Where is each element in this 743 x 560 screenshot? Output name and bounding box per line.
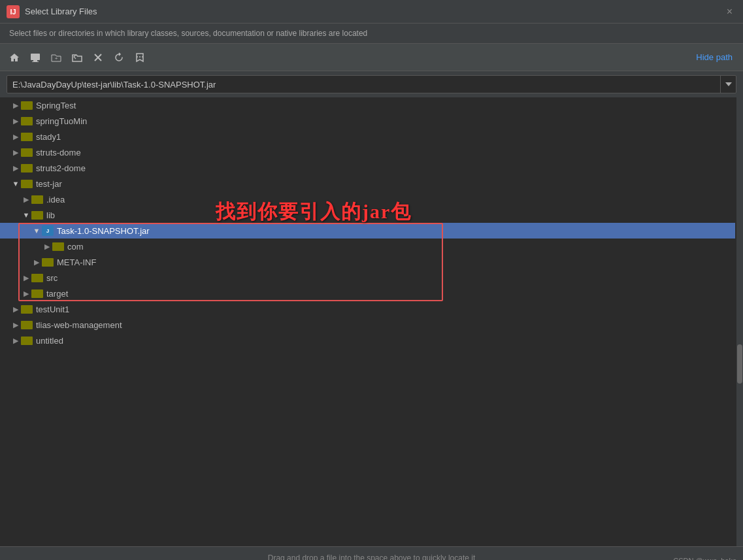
tree-item-stady1[interactable]: ▶ stady1 bbox=[0, 129, 735, 144]
scrollbar-thumb[interactable] bbox=[737, 344, 742, 384]
status-bar: Drag and drop a file into the space abov… bbox=[0, 546, 743, 560]
item-label-meta-inf: META-INF bbox=[57, 257, 96, 267]
home-button[interactable] bbox=[5, 48, 24, 67]
chevron-struts2-dome: ▶ bbox=[10, 164, 21, 173]
subtitle-bar: Select files or directories in which lib… bbox=[0, 24, 743, 44]
tree-item-test-jar[interactable]: ▼ test-jar bbox=[0, 176, 735, 191]
tree-item-springtest[interactable]: ▶ SpringTest bbox=[0, 97, 735, 113]
chevron-springtuomin: ▶ bbox=[10, 117, 21, 125]
chevron-testunit1: ▶ bbox=[10, 305, 21, 314]
scrollbar[interactable] bbox=[736, 97, 743, 546]
folder-icon-src bbox=[31, 274, 43, 282]
svg-rect-0 bbox=[31, 54, 40, 60]
tree-item-meta-inf[interactable]: ▶ META-INF bbox=[0, 254, 735, 270]
hide-path-button[interactable]: Hide path bbox=[691, 50, 738, 65]
bookmark-button[interactable] bbox=[131, 48, 149, 67]
folder-icon-lib bbox=[31, 211, 43, 220]
item-label-tlias: tlias-web-management bbox=[36, 320, 122, 330]
item-label-springtest: SpringTest bbox=[36, 101, 76, 110]
tree-item-tlias[interactable]: ▶ tlias-web-management bbox=[0, 317, 735, 333]
chevron-springtest: ▶ bbox=[10, 101, 21, 110]
app-icon: IJ bbox=[7, 5, 20, 18]
item-label-task-jar: Task-1.0-SNAPSHOT.jar bbox=[57, 226, 150, 236]
delete-button[interactable] bbox=[89, 48, 107, 67]
item-label-struts-dome: struts-dome bbox=[36, 148, 81, 157]
subtitle-text: Select files or directories in which lib… bbox=[9, 29, 367, 38]
parent-folder-button[interactable] bbox=[68, 48, 86, 67]
chevron-tlias: ▶ bbox=[10, 321, 21, 329]
svg-rect-2 bbox=[32, 61, 39, 62]
chevron-struts-dome: ▶ bbox=[10, 148, 21, 157]
item-label-lib: lib bbox=[46, 210, 55, 220]
close-button[interactable]: × bbox=[723, 5, 736, 19]
svg-rect-1 bbox=[33, 60, 37, 61]
chevron-com: ▶ bbox=[42, 242, 52, 251]
folder-icon-testunit1 bbox=[21, 305, 33, 314]
folder-icon-springtest bbox=[21, 101, 33, 110]
folder-icon-meta-inf bbox=[42, 258, 54, 267]
tree-item-springtuomin[interactable]: ▶ springTuoMin bbox=[0, 113, 735, 129]
path-dropdown-button[interactable] bbox=[720, 76, 736, 93]
tree-item-idea[interactable]: ▶ .idea bbox=[0, 191, 735, 207]
tree-item-struts2-dome[interactable]: ▶ struts2-dome bbox=[0, 160, 735, 176]
watermark: CSDN @wwc_boke bbox=[673, 557, 736, 560]
chevron-lib: ▼ bbox=[21, 211, 31, 219]
title-bar: IJ Select Library Files × bbox=[0, 0, 743, 24]
folder-icon-stady1 bbox=[21, 133, 33, 141]
chevron-idea: ▶ bbox=[21, 195, 31, 204]
refresh-button[interactable] bbox=[110, 48, 128, 67]
item-label-src: src bbox=[46, 273, 58, 283]
folder-icon-struts2-dome bbox=[21, 164, 33, 173]
path-bar bbox=[7, 75, 736, 93]
tree-item-untitled[interactable]: ▶ untitled bbox=[0, 333, 735, 348]
chevron-untitled: ▶ bbox=[10, 337, 21, 345]
item-label-stady1: stady1 bbox=[36, 132, 61, 142]
status-text: Drag and drop a file into the space abov… bbox=[268, 553, 476, 561]
tree-item-lib[interactable]: ▼ lib bbox=[0, 207, 735, 223]
item-label-target: target bbox=[46, 289, 68, 299]
chevron-stady1: ▶ bbox=[10, 133, 21, 141]
folder-icon-target bbox=[31, 289, 43, 298]
chevron-target: ▶ bbox=[21, 289, 31, 298]
path-input[interactable] bbox=[7, 80, 720, 90]
tree-item-testunit1[interactable]: ▶ testUnit1 bbox=[0, 301, 735, 317]
tree-item-task-jar[interactable]: ▼ J Task-1.0-SNAPSHOT.jar bbox=[0, 223, 735, 239]
folder-icon-untitled bbox=[21, 337, 33, 345]
new-folder-button[interactable]: + bbox=[47, 48, 65, 67]
toolbar: + Hide path bbox=[0, 44, 743, 71]
item-label-struts2-dome: struts2-dome bbox=[36, 163, 86, 173]
chevron-test-jar: ▼ bbox=[10, 180, 21, 188]
item-label-untitled: untitled bbox=[36, 336, 63, 346]
chevron-meta-inf: ▶ bbox=[31, 258, 42, 267]
jar-icon-task: J bbox=[42, 225, 54, 236]
chevron-task-jar: ▼ bbox=[31, 227, 42, 235]
chevron-src: ▶ bbox=[21, 274, 31, 282]
item-label-testunit1: testUnit1 bbox=[36, 305, 69, 314]
item-label-springtuomin: springTuoMin bbox=[36, 116, 87, 126]
tree-item-target[interactable]: ▶ target bbox=[0, 286, 735, 301]
folder-icon-struts-dome bbox=[21, 148, 33, 157]
tree-item-src[interactable]: ▶ src bbox=[0, 270, 735, 286]
svg-text:+: + bbox=[55, 56, 58, 61]
folder-icon-springtuomin bbox=[21, 117, 33, 125]
item-label-idea: .idea bbox=[46, 195, 65, 205]
title-bar-left: IJ Select Library Files bbox=[7, 5, 97, 18]
content-area: ▶ SpringTest ▶ springTuoMin ▶ stady1 ▶ s… bbox=[0, 97, 743, 546]
tree-item-struts-dome[interactable]: ▶ struts-dome bbox=[0, 144, 735, 160]
tree-item-com[interactable]: ▶ com bbox=[0, 239, 735, 254]
folder-icon-tlias bbox=[21, 321, 33, 329]
file-tree: ▶ SpringTest ▶ springTuoMin ▶ stady1 ▶ s… bbox=[0, 97, 743, 546]
item-label-com: com bbox=[67, 242, 84, 252]
folder-icon-test-jar bbox=[21, 180, 33, 188]
folder-icon-idea bbox=[31, 195, 43, 204]
item-label-test-jar: test-jar bbox=[36, 179, 62, 189]
folder-icon-com bbox=[52, 242, 64, 251]
desktop-button[interactable] bbox=[26, 48, 44, 67]
window-title: Select Library Files bbox=[25, 7, 97, 16]
